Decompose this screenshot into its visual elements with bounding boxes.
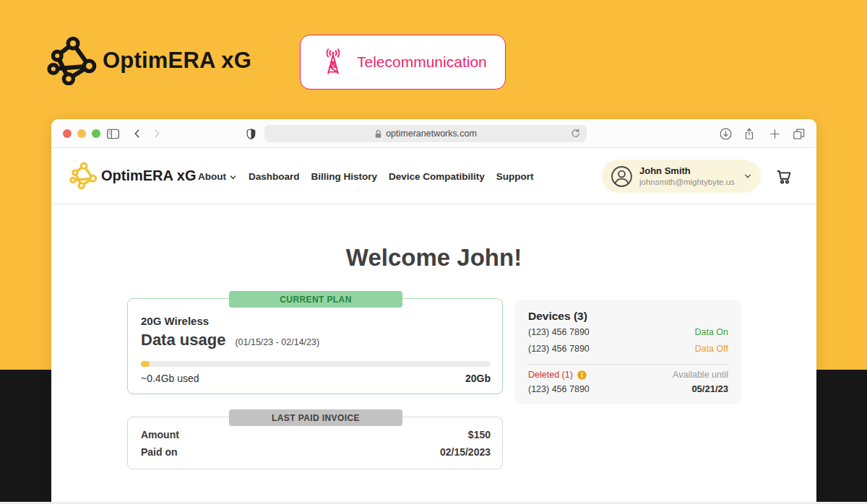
back-icon[interactable] (129, 119, 146, 148)
new-tab-icon[interactable] (766, 119, 783, 148)
devices-title: Devices (3) (528, 310, 587, 323)
data-usage-header: Data usage (01/15/23 - 02/14/23) (141, 331, 319, 349)
network-logo-icon (45, 36, 98, 85)
divider (528, 364, 728, 365)
decor-block-left (0, 370, 51, 504)
deleted-label: Deleted (1) (528, 370, 587, 380)
devices-panel: Devices (3) (123) 456 7890 Data On (123)… (515, 300, 741, 404)
invoice-row: Amount $150 (141, 429, 491, 440)
data-used-label: ~0.4Gb used (141, 373, 199, 384)
minimize-window-icon[interactable] (77, 129, 86, 138)
browser-window: optimeranetworks.com (51, 119, 816, 504)
device-number: (123) 456 7890 (528, 384, 590, 394)
url-text: optimeranetworks.com (386, 129, 477, 139)
current-plan-badge: CURRENT PLAN (229, 291, 402, 308)
cart-icon (774, 167, 794, 186)
data-usage-title: Data usage (141, 331, 225, 349)
download-icon[interactable] (717, 119, 734, 148)
chevron-down-icon (229, 174, 237, 181)
available-until-label: Available until (673, 370, 728, 380)
last-paid-invoice-badge: LAST PAID INVOICE (229, 409, 402, 426)
available-until-date: 05/21/23 (691, 383, 728, 394)
tab-overview-icon[interactable] (789, 119, 808, 148)
nav-item-device-compatibility[interactable]: Device Compatibility (389, 171, 485, 182)
invoice-label: Paid on (141, 446, 178, 458)
zoom-window-icon[interactable] (92, 129, 100, 138)
avatar-icon (611, 165, 633, 188)
address-bar[interactable]: optimeranetworks.com (264, 125, 587, 142)
nav-item-billing-history[interactable]: Billing History (311, 171, 378, 182)
screenshot-stage: OptimERA xG Telecommunication (0, 0, 867, 504)
data-total-label: 20Gb (465, 373, 491, 384)
browser-toolbar: optimeranetworks.com (51, 119, 816, 148)
deleted-device-row: (123) 456 7890 05/21/23 (528, 383, 728, 394)
user-name: John Smith (639, 165, 735, 177)
device-row: (123) 456 7890 Data On (528, 327, 728, 337)
page-title: Welcome John! (51, 244, 816, 271)
device-number: (123) 456 7890 (528, 344, 590, 354)
nav-links: About Dashboard Billing History Device C… (198, 148, 534, 204)
plan-name: 20G Wireless (141, 315, 209, 327)
share-icon[interactable] (741, 119, 758, 148)
device-status: Data Off (695, 344, 728, 354)
site-logo[interactable]: OptimERA xG (69, 162, 197, 189)
usage-labels: ~0.4Gb used 20Gb (141, 373, 491, 384)
device-number: (123) 456 7890 (528, 327, 590, 337)
site-logo-text: OptimERA xG (101, 168, 197, 184)
user-profile-menu[interactable]: John Smith johnsmith@mightybyte.us (602, 160, 761, 193)
cart-button[interactable] (774, 167, 794, 186)
hero-logo-text: OptimERA xG (103, 48, 251, 74)
invoice-label: Amount (141, 429, 179, 440)
site-navbar: OptimERA xG About Dashboard Billing Hist… (51, 148, 816, 204)
user-email: johnsmith@mightybyte.us (639, 177, 735, 187)
invoice-row: Paid on 02/15/2023 (141, 446, 491, 458)
decor-block-right (816, 370, 867, 504)
sidebar-toggle-icon[interactable] (103, 119, 122, 148)
device-status: Data On (694, 327, 728, 337)
forward-icon[interactable] (148, 119, 165, 148)
reload-icon[interactable] (570, 128, 581, 139)
deleted-row: Deleted (1) Available until (528, 370, 728, 380)
close-window-icon[interactable] (63, 129, 72, 138)
device-row: (123) 456 7890 Data Off (528, 344, 728, 354)
info-icon[interactable] (577, 370, 587, 380)
nav-item-label: About (198, 171, 226, 182)
nav-item-support[interactable]: Support (496, 171, 534, 182)
data-usage-progress-bar (141, 361, 491, 367)
lock-icon (374, 129, 382, 139)
nav-item-about[interactable]: About (198, 171, 237, 182)
chevron-down-icon (743, 173, 752, 180)
invoice-value: 02/15/2023 (440, 446, 491, 458)
data-usage-progress-fill (141, 361, 150, 367)
last-paid-invoice-card: LAST PAID INVOICE Amount $150 Paid on 02… (127, 417, 503, 469)
invoice-value: $150 (468, 429, 491, 440)
window-controls (63, 129, 100, 138)
deleted-text: Deleted (1) (528, 370, 573, 380)
current-plan-card: CURRENT PLAN 20G Wireless Data usage (01… (127, 298, 503, 394)
shield-privacy-icon[interactable] (242, 119, 259, 148)
telecommunication-badge: Telecommunication (300, 35, 506, 90)
data-usage-period: (01/15/23 - 02/14/23) (235, 337, 319, 347)
nav-item-dashboard[interactable]: Dashboard (249, 171, 300, 182)
network-logo-icon (69, 162, 98, 189)
radio-tower-icon (318, 47, 348, 77)
telecommunication-label: Telecommunication (357, 53, 487, 71)
user-info: John Smith johnsmith@mightybyte.us (639, 165, 735, 188)
hero-logo: OptimERA xG (45, 36, 251, 85)
